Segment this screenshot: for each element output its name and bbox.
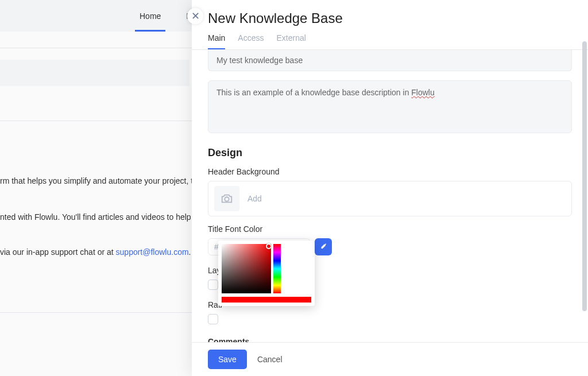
header-bg-add-label: Add [247,194,262,203]
sv-cursor[interactable] [266,243,272,249]
alpha-bar[interactable] [222,297,311,303]
kb-name-input[interactable] [208,50,572,71]
title-color-label: Title Font Color [208,224,572,234]
slideover-panel: ✕ New Knowledge Base Main Access Externa… [192,0,588,376]
panel-scrollbar[interactable] [582,41,587,340]
tab-external[interactable]: External [276,33,305,49]
comments-label: Comments [208,337,572,342]
close-icon: ✕ [191,10,200,22]
panel-header: New Knowledge Base Main Access External [192,0,588,49]
kb-description-textarea[interactable]: This is an example of a knowledge base d… [208,80,572,133]
design-heading: Design [208,147,572,159]
header-bg-upload[interactable]: Add [208,181,572,216]
scrollbar-thumb[interactable] [582,41,587,311]
eyedropper-icon [319,243,327,251]
tab-access[interactable]: Access [238,33,264,49]
layout-checkbox[interactable] [208,280,218,290]
panel-title: New Knowledge Base [208,10,572,26]
spellcheck-underline: Flowlu [411,88,434,97]
save-button[interactable]: Save [208,350,247,369]
header-bg-label: Header Background [208,167,572,176]
panel-footer: Save Cancel [192,342,588,376]
close-button[interactable]: ✕ [187,8,203,24]
hue-slider[interactable] [273,244,281,293]
preview-swatch [283,244,311,293]
camera-icon [214,186,239,211]
saturation-value-panel[interactable] [222,244,271,293]
svg-point-0 [225,197,229,201]
panel-tabs: Main Access External [208,33,572,49]
eyedropper-button[interactable] [315,238,332,255]
color-picker-popover[interactable] [218,241,315,306]
rating-checkbox[interactable] [208,314,218,324]
cancel-button[interactable]: Cancel [257,355,283,364]
tab-main[interactable]: Main [208,33,225,49]
